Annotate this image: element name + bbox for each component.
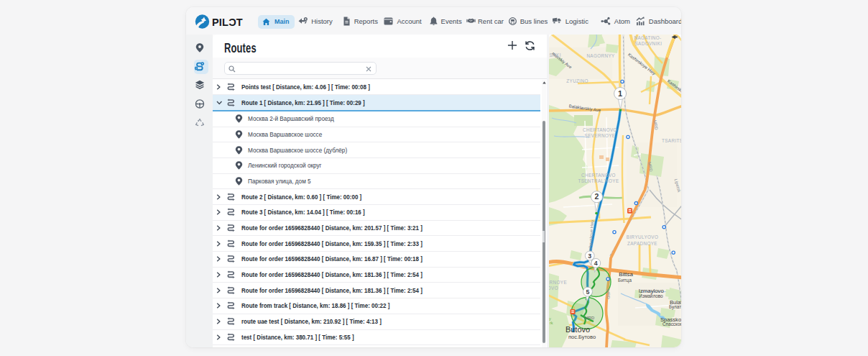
- svg-text:пос.Бутово: пос.Бутово: [568, 334, 595, 340]
- svg-text:Спасское: Спасское: [662, 321, 682, 327]
- svg-text:2: 2: [594, 192, 599, 201]
- svg-text:Bittsa: Bittsa: [619, 271, 633, 278]
- svg-text:TOVO: TOVO: [549, 286, 558, 291]
- svg-text:CHERTANOVO: CHERTANOVO: [581, 173, 616, 178]
- svg-text:BIRYULYOVO: BIRYULYOVO: [626, 234, 657, 239]
- svg-text:ZYUZINO: ZYUZINO: [566, 78, 588, 83]
- svg-text:TSARITS: TSARITS: [662, 138, 682, 143]
- svg-text:MRD: MRD: [606, 289, 610, 300]
- svg-text:RNOYE: RNOYE: [549, 280, 566, 285]
- svg-text:CHERTANOVO: CHERTANOVO: [583, 127, 617, 132]
- svg-text:TSENTRAL'NOYE: TSENTRAL'NOYE: [578, 178, 619, 183]
- svg-text:Булат: Булат: [669, 304, 681, 310]
- svg-text:5: 5: [586, 288, 589, 296]
- svg-text:rk: rk: [550, 321, 553, 325]
- svg-text:Butovo: Butovo: [565, 325, 589, 334]
- svg-text:3: 3: [588, 252, 591, 260]
- svg-text:SEVERNOYE: SEVERNOYE: [584, 133, 615, 138]
- svg-text:SADOVNIKI: SADOVNIKI: [634, 41, 662, 46]
- svg-text:Измайлово: Измайлово: [639, 293, 663, 298]
- svg-text:ZAPADNOYE: ZAPADNOYE: [627, 241, 657, 246]
- svg-text:Битца: Битца: [617, 278, 631, 283]
- svg-text:4: 4: [594, 260, 597, 267]
- svg-text:1: 1: [618, 89, 622, 98]
- svg-text:NAGORNYY: NAGORNYY: [586, 53, 615, 58]
- svg-text:MRD: MRD: [584, 316, 594, 320]
- svg-text:NAGATINO-: NAGATINO-: [634, 35, 661, 40]
